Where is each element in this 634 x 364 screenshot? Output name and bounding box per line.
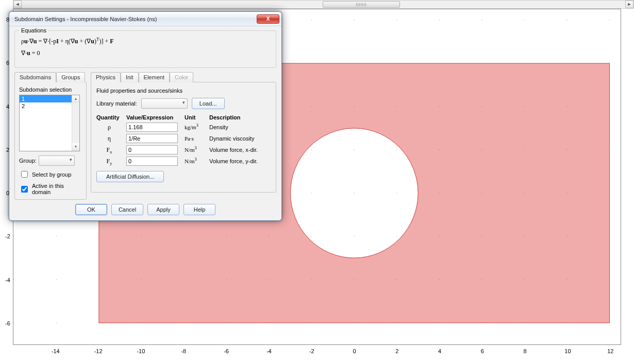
x-tick-label: -14 bbox=[52, 348, 60, 354]
svg-point-116 bbox=[609, 236, 610, 236]
svg-point-71 bbox=[354, 106, 355, 107]
svg-point-87 bbox=[439, 106, 440, 107]
scroll-left-arrow[interactable]: ◄ bbox=[13, 1, 22, 8]
svg-point-105 bbox=[524, 20, 525, 20]
svg-point-95 bbox=[481, 106, 482, 107]
x-tick-label: 10 bbox=[564, 348, 571, 354]
svg-point-101 bbox=[524, 193, 525, 193]
list-item[interactable]: 2 bbox=[20, 102, 79, 110]
artificial-diffusion-button[interactable]: Artificial Diffusion... bbox=[96, 171, 164, 182]
svg-point-77 bbox=[396, 193, 397, 193]
scroll-right-arrow[interactable]: ► bbox=[625, 1, 633, 8]
value-input-2[interactable] bbox=[126, 145, 178, 154]
x-tick-label: -12 bbox=[94, 348, 103, 354]
help-button[interactable]: Help bbox=[183, 204, 215, 215]
svg-point-51 bbox=[269, 279, 270, 280]
listbox-scrollbar[interactable]: ▴ ▾ bbox=[72, 95, 79, 151]
svg-point-113 bbox=[566, 20, 567, 20]
select-by-group-label[interactable]: Select by group bbox=[32, 171, 71, 178]
svg-point-70 bbox=[354, 149, 355, 150]
library-material-combo[interactable] bbox=[141, 98, 188, 109]
svg-point-84 bbox=[439, 236, 440, 236]
x-tick-label: 2 bbox=[395, 348, 398, 354]
value-input-1[interactable] bbox=[126, 134, 178, 143]
tab-subdomains[interactable]: Subdomains bbox=[14, 72, 56, 82]
unit-label: N/m3 bbox=[185, 147, 205, 153]
svg-point-102 bbox=[524, 149, 525, 150]
main-h-scrollbar[interactable]: ◄ ► bbox=[13, 0, 634, 9]
svg-point-50 bbox=[269, 322, 270, 323]
svg-point-42 bbox=[226, 322, 227, 323]
svg-point-96 bbox=[481, 63, 482, 63]
svg-point-62 bbox=[311, 149, 312, 150]
dialog-titlebar[interactable]: Subdomain Settings - Incompressible Navi… bbox=[9, 12, 281, 26]
listbox-scroll-up[interactable]: ▴ bbox=[72, 95, 79, 103]
svg-point-72 bbox=[354, 63, 355, 63]
select-by-group-checkbox[interactable] bbox=[21, 171, 28, 178]
active-in-domain-checkbox[interactable] bbox=[21, 186, 28, 193]
col-unit: Unit bbox=[185, 114, 205, 120]
x-tick-label: -8 bbox=[181, 348, 186, 354]
svg-point-26 bbox=[141, 322, 142, 323]
svg-point-18 bbox=[98, 322, 99, 323]
y-tick-label: 0 bbox=[6, 190, 9, 196]
svg-point-35 bbox=[183, 279, 184, 280]
svg-point-115 bbox=[609, 279, 610, 280]
svg-point-3 bbox=[13, 279, 14, 280]
svg-point-63 bbox=[311, 106, 312, 107]
svg-point-119 bbox=[609, 106, 610, 107]
svg-point-111 bbox=[566, 106, 567, 107]
svg-point-88 bbox=[439, 63, 440, 63]
tab-groups[interactable]: Groups bbox=[56, 72, 85, 82]
quantity-symbol: η bbox=[96, 135, 122, 143]
subdomain-listbox[interactable]: 12 ▴ ▾ bbox=[19, 95, 80, 151]
svg-point-12 bbox=[56, 236, 57, 236]
value-input-3[interactable] bbox=[126, 157, 178, 166]
svg-point-73 bbox=[354, 20, 355, 20]
svg-point-60 bbox=[311, 236, 312, 236]
y-tick-label: -4 bbox=[5, 277, 10, 283]
svg-point-2 bbox=[13, 322, 14, 323]
svg-point-68 bbox=[354, 236, 355, 236]
unit-label: N/m3 bbox=[185, 158, 205, 164]
svg-point-121 bbox=[609, 20, 610, 20]
tab-element[interactable]: Element bbox=[139, 72, 170, 82]
value-input-0[interactable] bbox=[126, 123, 178, 132]
fluid-properties-heading: Fluid properties and sources/sinks bbox=[96, 88, 271, 94]
quantity-symbol: ρ bbox=[96, 124, 122, 131]
listbox-scroll-down[interactable]: ▾ bbox=[72, 143, 79, 151]
close-button[interactable]: X bbox=[257, 14, 279, 24]
svg-point-79 bbox=[396, 106, 397, 107]
svg-point-98 bbox=[524, 322, 525, 323]
svg-point-85 bbox=[439, 193, 440, 193]
svg-point-118 bbox=[609, 149, 610, 150]
col-value: Value/Expression bbox=[126, 114, 180, 120]
x-tick-label: -10 bbox=[137, 348, 145, 354]
svg-point-114 bbox=[609, 322, 610, 323]
x-tick-label: 0 bbox=[353, 348, 356, 354]
svg-point-11 bbox=[56, 279, 57, 280]
y-tick-label: -6 bbox=[5, 320, 10, 326]
description-label: Volume force, x-dir. bbox=[209, 147, 271, 153]
svg-point-58 bbox=[311, 322, 312, 323]
svg-point-61 bbox=[311, 193, 312, 193]
group-combo[interactable] bbox=[39, 155, 75, 166]
tab-init[interactable]: Init bbox=[121, 72, 139, 82]
active-in-domain-label[interactable]: Active in this domain bbox=[32, 183, 82, 195]
x-tick-label: -4 bbox=[266, 348, 272, 354]
description-label: Density bbox=[209, 124, 271, 130]
svg-point-34 bbox=[183, 322, 184, 323]
list-item[interactable]: 1 bbox=[20, 95, 79, 102]
tab-physics[interactable]: Physics bbox=[91, 72, 121, 82]
svg-point-93 bbox=[481, 193, 482, 193]
group-label: Group: bbox=[19, 158, 37, 164]
cancel-button[interactable]: Cancel bbox=[111, 204, 143, 215]
ok-button[interactable]: OK bbox=[75, 204, 107, 215]
apply-button[interactable]: Apply bbox=[147, 204, 179, 215]
equations-legend: Equations bbox=[19, 27, 48, 33]
description-label: Volume force, y-dir. bbox=[209, 158, 271, 164]
col-quantity: Quantity bbox=[96, 114, 122, 120]
scroll-thumb[interactable] bbox=[323, 1, 400, 8]
svg-point-120 bbox=[609, 63, 610, 63]
load-button[interactable]: Load... bbox=[192, 98, 225, 109]
